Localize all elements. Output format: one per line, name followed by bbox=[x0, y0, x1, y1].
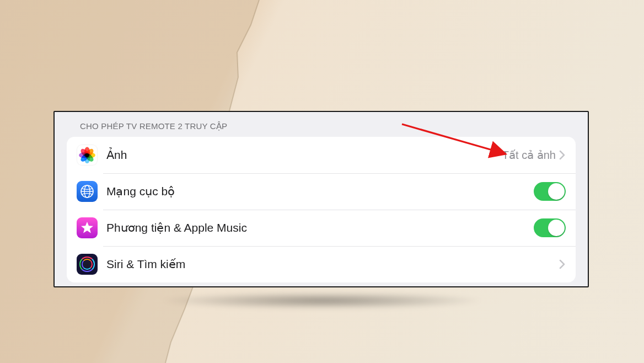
section-header: CHO PHÉP TV REMOTE 2 TRUY CẬP bbox=[55, 112, 588, 137]
chevron-right-icon bbox=[559, 259, 566, 269]
row-media-apple-music[interactable]: Phương tiện & Apple Music bbox=[67, 210, 576, 246]
row-local-network[interactable]: Mạng cục bộ bbox=[67, 173, 576, 210]
row-siri-label: Siri & Tìm kiếm bbox=[106, 258, 559, 271]
chevron-right-icon bbox=[559, 150, 566, 160]
photos-icon bbox=[77, 145, 98, 166]
toggle-media-apple-music[interactable] bbox=[534, 218, 566, 237]
row-photos[interactable]: Ảnh Tất cả ảnh bbox=[67, 137, 576, 173]
row-media-label: Phương tiện & Apple Music bbox=[106, 221, 534, 234]
settings-rows: Ảnh Tất cả ảnh Mạng cục bộ bbox=[67, 137, 576, 282]
row-local-network-label: Mạng cục bộ bbox=[106, 185, 534, 198]
star-icon bbox=[77, 217, 98, 238]
row-photos-label: Ảnh bbox=[106, 148, 502, 162]
settings-panel: CHO PHÉP TV REMOTE 2 TRUY CẬP Ảnh Tất cả… bbox=[53, 111, 589, 287]
row-siri-search[interactable]: Siri & Tìm kiếm bbox=[67, 246, 576, 282]
panel-shadow bbox=[94, 290, 550, 312]
row-photos-value: Tất cả ảnh bbox=[502, 148, 556, 162]
siri-icon bbox=[77, 254, 98, 275]
globe-icon bbox=[77, 181, 98, 202]
page-background: CHO PHÉP TV REMOTE 2 TRUY CẬP Ảnh Tất cả… bbox=[0, 0, 644, 363]
toggle-local-network[interactable] bbox=[534, 182, 566, 201]
